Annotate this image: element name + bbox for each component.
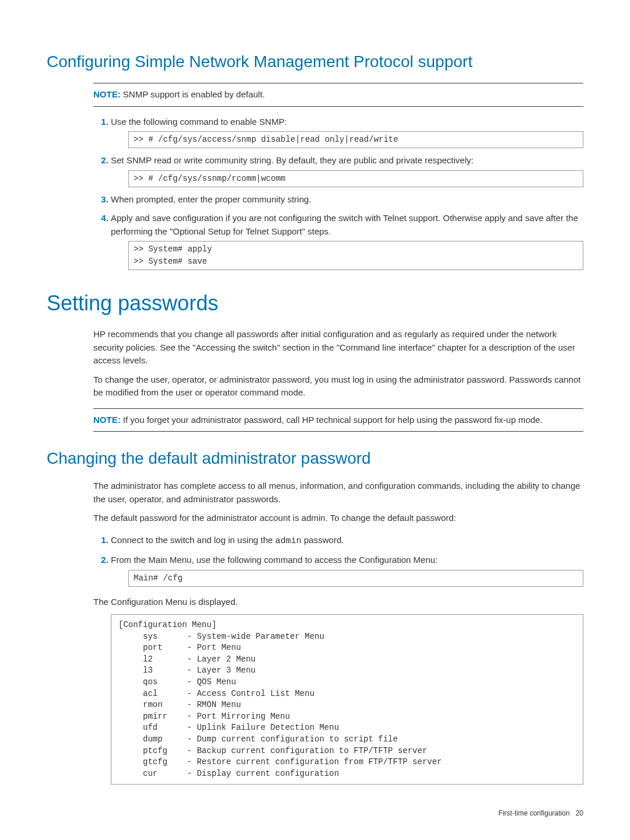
note-password: NOTE: If you forget your administrator p… [93,408,583,432]
note-label: NOTE: [93,415,121,425]
config-menu-intro: The Configuration Menu is displayed. [93,596,583,609]
code-block: >> # /cfg/sys/access/snmp disable|read o… [128,131,583,148]
step-item: Use the following command to enable SNMP… [111,116,583,149]
step-text: Set SNMP read or write community string.… [111,155,474,165]
paragraph: HP recommends that you change all passwo… [93,328,583,368]
snmp-steps-list: Use the following command to enable SNMP… [93,116,583,271]
step-item: Connect to the switch and log in using t… [111,534,583,548]
note-text: SNMP support is enabled by default. [121,89,265,99]
step-item: Apply and save configuration if you are … [111,212,583,270]
step-item: From the Main Menu, use the following co… [111,554,583,587]
section-heading-snmp: Configuring Simple Network Management Pr… [47,50,583,74]
section-heading-passwords: Setting passwords [47,288,583,319]
section-heading-admin-password: Changing the default administrator passw… [47,446,583,471]
code-block: Main# /cfg [128,570,583,587]
code-block: >> System# apply >> System# save [128,241,583,270]
step-text: password. [302,535,344,545]
footer-text: First-time configuration [499,809,570,817]
paragraph: To change the user, operator, or adminis… [93,373,583,400]
paragraph: The administrator has complete access to… [93,480,583,506]
step-text: From the Main Menu, use the following co… [111,555,438,565]
note-text: If you forget your administrator passwor… [121,415,542,425]
paragraph: The default password for the administrat… [93,512,583,525]
admin-password-steps-list: Connect to the switch and log in using t… [93,534,583,587]
note-snmp: NOTE: SNMP support is enabled by default… [93,83,583,107]
configuration-menu-output: [Configuration Menu] sys - System-wide P… [111,614,583,785]
page-footer: First-time configuration 20 [47,808,583,818]
inline-code: admin [275,536,302,546]
step-text: Apply and save configuration if you are … [111,213,578,236]
step-item: When prompted, enter the proper communit… [111,193,583,206]
step-text: Connect to the switch and log in using t… [111,535,275,545]
page-number: 20 [576,809,583,817]
step-text: Use the following command to enable SNMP… [111,117,287,127]
step-item: Set SNMP read or write community string.… [111,154,583,187]
step-text: When prompted, enter the proper communit… [111,194,312,204]
code-block: >> # /cfg/sys/ssnmp/rcomm|wcomm [128,170,583,187]
note-label: NOTE: [93,89,121,99]
